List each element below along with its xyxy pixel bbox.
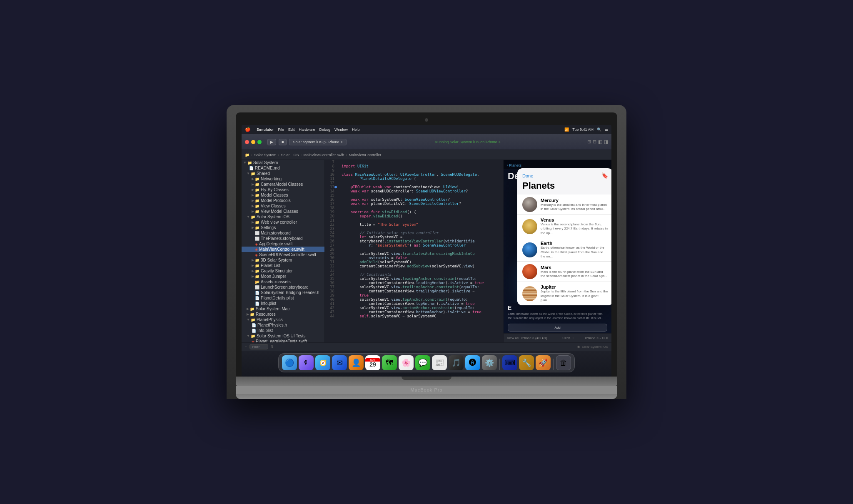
sidebar-item-view-classes[interactable]: ▶ 📁 View Classes xyxy=(242,203,324,209)
code-line-8: 8 import UIKit xyxy=(325,164,503,168)
minimize-button[interactable] xyxy=(251,140,255,144)
code-line-35: 35 solarSystemVC.view.leadingAnchor.cons… xyxy=(325,277,503,281)
planet-row-mars[interactable]: Mars Mars is the fourth planet from the … xyxy=(517,262,611,282)
breadcrumb-file[interactable]: MainViewController.swift xyxy=(304,153,344,157)
screen: 🍎 Simulator File Edit Hardware Debug Win… xyxy=(242,125,611,377)
sidebar-item-protocols[interactable]: ▶ 📁 Model Protocols xyxy=(242,198,324,203)
dock-contacts[interactable]: 👤 xyxy=(349,355,364,370)
dock-maps[interactable]: 🗺 xyxy=(382,355,397,370)
fullscreen-button[interactable] xyxy=(257,140,262,144)
inspector-icon[interactable]: ◨ xyxy=(604,139,608,145)
sidebar-item-launch[interactable]: ⬜ LaunchScreen.storyboard xyxy=(242,284,324,290)
dock-photos[interactable]: 🌸 xyxy=(399,355,414,370)
menu-edit[interactable]: Edit xyxy=(288,127,295,132)
code-line-34: 34 // Constraints xyxy=(325,272,503,277)
breadcrumb-solar-system[interactable]: Solar System xyxy=(254,153,277,157)
mars-thumbnail xyxy=(522,264,537,279)
sort-icon[interactable]: ⇅ xyxy=(271,345,274,349)
navigator-icon[interactable]: ◧ xyxy=(598,139,602,145)
sidebar-item-planets-storyboard[interactable]: ⬜ ThePlanets.storyboard xyxy=(242,236,324,241)
sidebar-item-appdelegate[interactable]: ◈ AppDelegate.swift xyxy=(242,241,324,247)
code-line-7: 7 xyxy=(325,160,503,164)
sidebar-item-info[interactable]: 📄 Info.plist xyxy=(242,301,324,306)
dock-messages[interactable]: 💬 xyxy=(415,355,430,370)
planet-row-venus[interactable]: Venus Venus is the second planet from th… xyxy=(517,215,611,238)
menu-app[interactable]: Simulator xyxy=(257,127,274,132)
sidebar-item-flyby[interactable]: ▶ 📁 Fly-By Classes xyxy=(242,187,324,192)
sidebar-item-resources[interactable]: ▶ 📁 Resources xyxy=(242,312,324,317)
sidebar-item-settings[interactable]: ▶ 📁 Settings xyxy=(242,225,324,230)
sidebar-item-model[interactable]: ▶ 📁 Model Classes xyxy=(242,192,324,198)
sidebar-item-networking[interactable]: ▶ 📁 Networking xyxy=(242,176,324,182)
breadcrumb-class[interactable]: MainViewController xyxy=(349,153,381,157)
planet-row-mercury[interactable]: Mercury Mercury is the smallest and inne… xyxy=(517,195,611,215)
bookmark-icon[interactable]: 🔖 xyxy=(601,172,608,179)
dock-news[interactable]: 📰 xyxy=(432,355,447,370)
dock-safari[interactable]: 🧭 xyxy=(315,355,330,370)
filter-input[interactable]: Filter xyxy=(249,344,269,349)
breadcrumb-item-0[interactable]: 📁 xyxy=(245,153,249,157)
dock-launchpad[interactable]: 🚀 xyxy=(536,355,551,370)
control-center-icon[interactable]: ☰ xyxy=(605,127,608,132)
sidebar-item-bridging[interactable]: 📄 SolarSystem-Bridging-Header.h xyxy=(242,290,324,295)
dock-instruments[interactable]: 🔧 xyxy=(519,355,534,370)
dock-siri[interactable]: 🎙 xyxy=(299,355,314,370)
sidebar-item-main-storyboard[interactable]: ⬜ Main.storyboard xyxy=(242,230,324,236)
dock-trash[interactable]: 🗑 xyxy=(556,355,571,370)
dock-appstore[interactable]: 🅐 xyxy=(465,355,480,370)
add-file-icon[interactable]: + xyxy=(245,345,247,349)
code-line-9: 9 xyxy=(325,168,503,172)
close-button[interactable] xyxy=(245,140,249,144)
file-navigator[interactable]: ▼ 📁 Solar System 📄 README.md ▼ 📁 Shared xyxy=(242,160,325,342)
dock-calendar[interactable]: MAY 29 xyxy=(365,355,380,370)
sidebar-item-mainvc[interactable]: ◈ MainViewController.swift xyxy=(242,247,324,252)
back-nav[interactable]: ‹ Planets xyxy=(507,163,521,167)
apple-icon[interactable]: 🍎 xyxy=(245,127,251,132)
sidebar-item-webview[interactable]: ▶ 📁 Web view controller xyxy=(242,220,324,225)
sidebar-item-camera[interactable]: ▶ 📁 CameraModel Classes xyxy=(242,182,324,187)
sidebar-item-physics-plist[interactable]: 📄 Info.plist xyxy=(242,328,324,333)
menu-file[interactable]: File xyxy=(278,127,284,132)
menubar: 🍎 Simulator File Edit Hardware Debug Win… xyxy=(242,125,611,134)
dock-preferences[interactable]: ⚙️ xyxy=(482,355,497,370)
layout-icon[interactable]: ⊞ xyxy=(587,139,591,145)
planet-row-jupiter[interactable]: Jupiter Jupiter is the fifth planet from… xyxy=(517,282,611,305)
menu-debug[interactable]: Debug xyxy=(319,127,331,132)
stop-button[interactable]: ■ xyxy=(279,139,287,145)
dock-finder[interactable]: 🔵 xyxy=(282,355,297,370)
dock-mail[interactable]: ✉ xyxy=(332,355,347,370)
sidebar-item-ios[interactable]: ▼ 📁 Solar System iOS xyxy=(242,214,324,220)
sidebar-item-plist[interactable]: 📄 PlanetDetails.plist xyxy=(242,295,324,301)
sidebar-item-ui-tests[interactable]: ▼ 📁 Solar System iOS UI Tests xyxy=(242,333,324,339)
code-editor[interactable]: 7 8 import UIKit 9 xyxy=(325,160,503,342)
sidebar-item-physics-h[interactable]: 📄 PlanetPhysics.h xyxy=(242,322,324,328)
search-icon[interactable]: 🔍 xyxy=(597,127,601,132)
sidebar-item-moonjumper[interactable]: ▶ 📁 Moon Jumper xyxy=(242,274,324,279)
sidebar-item-physics[interactable]: ▼ 📁 PlanetPhysics xyxy=(242,317,324,322)
sidebar-item-gravity[interactable]: ▶ 📁 Gravity Simulator xyxy=(242,268,324,274)
planets-list-title: Planets xyxy=(517,180,611,195)
dock-music[interactable]: 🎵 xyxy=(449,355,464,370)
sidebar-item-assets[interactable]: 📂 Assets.xcassets xyxy=(242,279,324,284)
dock-xcode[interactable]: ⌨ xyxy=(502,355,517,370)
done-button[interactable]: Done xyxy=(522,173,533,178)
sidebar-item-shared[interactable]: ▼ 📁 Shared xyxy=(242,171,324,176)
split-icon[interactable]: ⊟ xyxy=(593,139,596,145)
sidebar-item-learn-tests[interactable]: ◈ PlanetLearnMoreTests.swift xyxy=(242,339,324,342)
code-line-37: 37 solarSystemVC.view.trailingAnchor.con… xyxy=(325,285,503,289)
sidebar-item-readme[interactable]: 📄 README.md xyxy=(242,165,324,171)
sidebar-item-scenehud[interactable]: ◈ SceneHUDViewController.swift xyxy=(242,252,324,257)
menu-hardware[interactable]: Hardware xyxy=(299,127,315,132)
sidebar-item-mac[interactable]: ▶ 📁 Solar System Mac xyxy=(242,306,324,312)
menu-window[interactable]: Window xyxy=(334,127,348,132)
play-button[interactable]: ▶ xyxy=(267,139,276,145)
add-button[interactable]: Add xyxy=(508,324,607,332)
planet-row-earth[interactable]: Earth Earth, otherwise known as the Worl… xyxy=(517,238,611,262)
sidebar-item-3dsolar[interactable]: ▶ 📁 3D Solar System xyxy=(242,257,324,263)
breadcrumb-solar-ios[interactable]: Solar...iOS xyxy=(281,153,299,157)
sidebar-item-planetlist[interactable]: ▶ 📁 Planet List xyxy=(242,263,324,268)
menu-help[interactable]: Help xyxy=(352,127,360,132)
sidebar-item-solar-system[interactable]: ▼ 📁 Solar System xyxy=(242,160,324,165)
code-line-42: 42 solarSystemVC.view.bottomAnchor.const… xyxy=(325,306,503,310)
sidebar-item-viewmodel[interactable]: ▶ 📁 View Model Classes xyxy=(242,209,324,214)
